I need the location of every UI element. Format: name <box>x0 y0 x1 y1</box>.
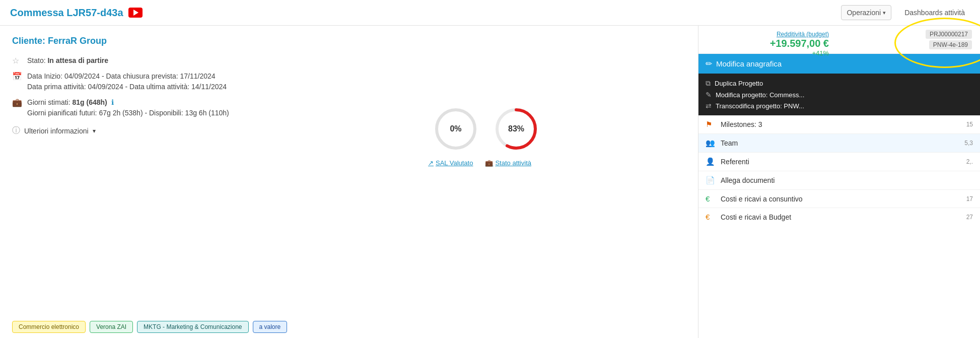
menu-item-allega-label: Allega documenti <box>721 176 775 184</box>
chevron-down-icon: ▾ <box>883 10 886 16</box>
youtube-icon[interactable] <box>128 8 143 18</box>
redditivity-label[interactable]: Redditività (budget) <box>770 31 829 38</box>
gauges-area: 0% 83% <box>433 106 539 152</box>
dropdown-menu: ✏ Modifica anagrafica ⧉ Duplica Progetto… <box>698 54 980 226</box>
menu-item-budget-inner: € Costi e ricavi a Budget <box>706 213 791 221</box>
trending-icon: ↗ <box>428 159 434 167</box>
menu-item-allega[interactable]: 📄 Allega documenti <box>698 171 980 190</box>
dates-text: Data Inizio: 04/09/2024 - Data chiusura … <box>27 71 227 92</box>
tag-commercio[interactable]: Commercio elettronico <box>12 321 86 333</box>
dark-item-2-label: Modifica progetto: Commess... <box>716 91 804 99</box>
gauge-0: 0% <box>433 106 478 152</box>
giorni-row: 💼 Giorni stimati: 81g (648h) ℹ Giorni pi… <box>12 97 688 118</box>
menu-item-referenti-inner: 👤 Referenti <box>706 157 749 166</box>
dropdown-dark-item-2[interactable]: ✎ Modifica progetto: Commess... <box>706 89 973 100</box>
dates-line1: Data Inizio: 04/09/2024 - Data chiusura … <box>27 71 227 82</box>
pencil-icon: ✏ <box>706 59 712 69</box>
menu-item-milestones[interactable]: ⚑ Milestones: 3 15 <box>698 115 980 134</box>
consuntivo-num: 17 <box>966 195 973 202</box>
money-green-icon: € <box>706 194 716 203</box>
dates-line2: Data prima attività: 04/09/2024 - Data u… <box>27 82 227 92</box>
operazioni-button[interactable]: Operazioni ▾ <box>841 5 891 20</box>
menu-item-milestones-label: Milestones: 3 <box>721 120 762 128</box>
dark-item-1-label: Duplica Progetto <box>715 80 763 87</box>
copy-icon: ⧉ <box>706 79 711 88</box>
doc-icon: 📄 <box>706 176 716 185</box>
operazioni-label: Operazioni <box>847 9 881 17</box>
sal-row: ↗ SAL Valutato 💼 Stato attività <box>428 159 531 167</box>
dropdown-dark-item-1[interactable]: ⧉ Duplica Progetto <box>706 78 973 89</box>
team-num: 5,3 <box>964 140 973 147</box>
tag-valore[interactable]: a valore <box>253 321 288 333</box>
dropdown-dark-section: ⧉ Duplica Progetto ✎ Modifica progetto: … <box>698 74 980 115</box>
giorni-value: 81g (648h) <box>72 98 107 106</box>
menu-item-referenti[interactable]: 👤 Referenti 2,. <box>698 153 980 171</box>
giorni-line1: Giorni stimati: 81g (648h) ℹ <box>27 97 229 108</box>
gauge-83-label: 83% <box>508 124 524 133</box>
menu-item-consuntivo-label: Costi e ricavi a consuntivo <box>721 195 803 203</box>
tag-verona[interactable]: Verona ZAI <box>90 321 133 333</box>
ulteriori-row[interactable]: ⓘ Ulteriori informazioni ▾ <box>12 125 688 136</box>
team-icon: 👥 <box>706 139 716 148</box>
giorni-prefix: Giorni stimati: <box>27 98 72 106</box>
milestones-num: 15 <box>966 121 973 128</box>
tag-mktg[interactable]: MKTG - Marketing & Comunicazione <box>137 321 248 333</box>
modifica-anagrafica-label: Modifica anagrafica <box>716 59 782 68</box>
dropdown-dark-item-3[interactable]: ⇄ Transcodifica progetto: PNW... <box>706 100 973 111</box>
chevron-down-icon: ▾ <box>93 127 96 134</box>
prj-badges: PRJ00000217 PNW-4e-189 <box>698 26 980 54</box>
menu-item-team-label: Team <box>721 139 738 147</box>
sal-label: SAL Valutato <box>436 159 473 167</box>
menu-item-budget[interactable]: € Costi e ricavi a Budget 27 <box>698 208 980 226</box>
budget-num: 27 <box>966 214 973 221</box>
menu-item-consuntivo-inner: € Costi e ricavi a consuntivo <box>706 194 803 203</box>
top-bar-left: Commessa LJR57-d43a <box>10 7 143 19</box>
stato-attivita-link[interactable]: 💼 Stato attività <box>485 159 531 167</box>
sal-link[interactable]: ↗ SAL Valutato <box>428 159 473 167</box>
top-bar-right: Operazioni ▾ Dashboards attività <box>841 5 970 20</box>
redditivity-value: +19.597,00 € <box>770 38 829 49</box>
stato-attivita-label: Stato attività <box>495 159 531 167</box>
giorni-line2: Giorni pianificati futuri: 67g 2h (538h)… <box>27 108 229 118</box>
referenti-num: 2,. <box>966 158 973 165</box>
stato-label: Stato: <box>27 56 46 64</box>
gauge-83: 83% <box>494 106 539 152</box>
menu-item-team[interactable]: 👥 Team 5,3 <box>698 134 980 153</box>
menu-item-budget-label: Costi e ricavi a Budget <box>721 213 791 221</box>
redditivity-section: Redditività (budget) +19.597,00 € +41% <box>770 31 829 57</box>
money-orange-icon: € <box>706 213 716 221</box>
tags-row: Commercio elettronico Verona ZAI MKTG - … <box>12 321 287 333</box>
stato-text: Stato: In attesa di partire <box>27 55 108 66</box>
menu-item-referenti-label: Referenti <box>721 158 749 166</box>
page-title: Commessa LJR57-d43a <box>10 7 123 19</box>
modifica-anagrafica-btn[interactable]: ✏ Modifica anagrafica <box>698 54 980 74</box>
redditivity-percent: +41% <box>770 49 829 57</box>
menu-item-team-inner: 👥 Team <box>706 139 738 148</box>
gauge-0-label: 0% <box>450 124 461 133</box>
dashboards-button[interactable]: Dashboards attività <box>899 6 970 20</box>
briefcase-icon: 💼 <box>12 98 22 107</box>
ulteriori-label: Ulteriori informazioni <box>24 127 89 135</box>
dropdown-menu-items: ⚑ Milestones: 3 15 👥 Team 5,3 � <box>698 115 980 226</box>
info-icon-blue[interactable]: ℹ <box>111 98 114 106</box>
dark-item-3-label: Transcodifica progetto: PNW... <box>716 102 804 110</box>
menu-item-milestones-inner: ⚑ Milestones: 3 <box>706 120 762 129</box>
prj-badge-1: PRJ00000217 <box>926 30 972 39</box>
flag-icon: ⚑ <box>706 120 716 129</box>
people-icon: 👤 <box>706 157 716 166</box>
giorni-text: Giorni stimati: 81g (648h) ℹ Giorni pian… <box>27 97 229 118</box>
client-title: Cliente: FerraR Group <box>12 36 688 46</box>
edit-icon: ✎ <box>706 91 712 99</box>
calendar-icon: 📅 <box>12 72 22 81</box>
menu-item-consuntivo[interactable]: € Costi e ricavi a consuntivo 17 <box>698 190 980 208</box>
dates-row: 📅 Data Inizio: 04/09/2024 - Data chiusur… <box>12 71 688 92</box>
right-panel: PRJ00000217 PNW-4e-189 ✏ Modifica anagra… <box>698 26 980 338</box>
stato-value: In attesa di partire <box>47 56 108 64</box>
star-icon: ☆ <box>12 56 22 65</box>
code-icon: ⇄ <box>706 102 712 110</box>
info-circle-icon: ⓘ <box>12 125 20 136</box>
briefcase2-icon: 💼 <box>485 159 493 167</box>
prj-badge-2: PNW-4e-189 <box>929 40 972 49</box>
top-bar: Commessa LJR57-d43a Operazioni ▾ Dashboa… <box>0 0 980 26</box>
stato-row: ☆ Stato: In attesa di partire <box>12 55 688 66</box>
